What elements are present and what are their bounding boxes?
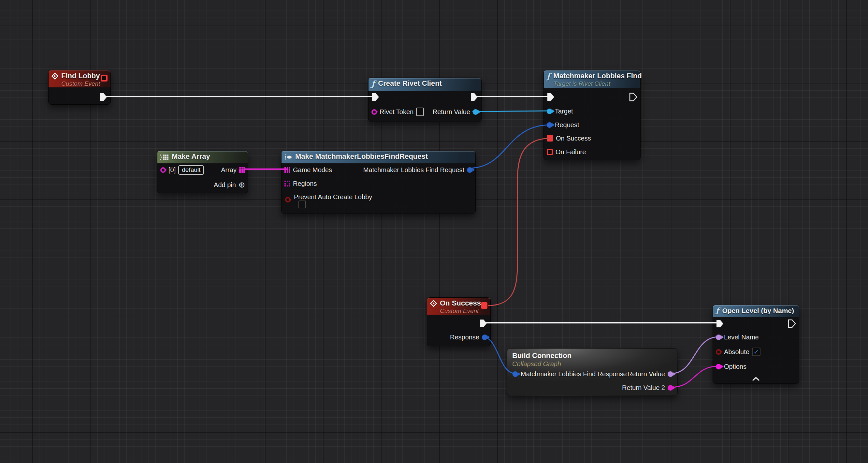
absolute-pin[interactable] xyxy=(716,349,721,355)
node-title: Make MatchmakerLobbiesFindRequest xyxy=(295,153,428,161)
exec-out-pin[interactable] xyxy=(479,318,488,328)
node-header[interactable]: ƒ Open Level (by Name) xyxy=(713,305,799,317)
node-title: Find Lobby xyxy=(61,72,100,80)
pin-label: Level Name xyxy=(724,334,759,341)
vignette-overlay xyxy=(0,0,868,463)
node-build-connection[interactable]: Build Connection Collapsed Graph Matchma… xyxy=(507,348,678,396)
pin-label: Response xyxy=(450,334,479,341)
node-header[interactable]: ƒ Create Rivet Client xyxy=(369,78,481,91)
custom-event-icon xyxy=(52,73,58,80)
request-output-pin[interactable] xyxy=(467,167,472,173)
node-header[interactable]: Make MatchmakerLobbiesFindRequest xyxy=(281,151,475,163)
pin-label: On Success xyxy=(556,135,591,142)
pin-label: Return Value 2 xyxy=(622,384,665,392)
function-icon: ƒ xyxy=(716,306,719,315)
node-title: Make Array xyxy=(172,153,210,161)
blueprint-canvas[interactable]: Find Lobby Custom Event ƒ Create Rivet C… xyxy=(0,0,868,463)
return-value-2-pin[interactable] xyxy=(668,385,673,390)
node-find-lobby[interactable]: Find Lobby Custom Event xyxy=(48,70,111,105)
make-array-icon xyxy=(160,154,169,162)
node-title: Open Level (by Name) xyxy=(722,307,794,315)
prevent-auto-create-lobby-pin[interactable] xyxy=(285,197,291,202)
pin-label: Prevent Auto Create Lobby xyxy=(294,193,372,201)
pin-label: Target xyxy=(555,108,573,115)
node-create-rivet-client[interactable]: ƒ Create Rivet Client Rivet Token Return… xyxy=(368,78,482,122)
regions-pin[interactable] xyxy=(284,181,290,186)
add-pin-label: Add pin xyxy=(214,181,236,189)
node-title: Create Rivet Client xyxy=(378,80,442,88)
game-modes-pin[interactable] xyxy=(284,167,290,173)
exec-in-pin[interactable] xyxy=(716,318,724,329)
rivet-token-input[interactable] xyxy=(416,108,424,116)
collapse-chevron[interactable] xyxy=(752,376,760,382)
on-success-pin[interactable] xyxy=(547,135,553,142)
pin-label: Request xyxy=(555,121,579,129)
level-name-pin[interactable] xyxy=(716,335,721,340)
node-make-array[interactable]: Make Array [0] default Array Add pin ⊕ xyxy=(157,151,248,193)
node-make-matchmakerlobbiesfindrequest[interactable]: Make MatchmakerLobbiesFindRequest Game M… xyxy=(281,151,476,214)
exec-out-pin[interactable] xyxy=(99,92,107,102)
matchmaker-response-input-pin[interactable] xyxy=(513,371,518,377)
wire-returnvalue-levelname[interactable] xyxy=(671,337,719,374)
return-value-pin[interactable] xyxy=(473,109,478,115)
wire-request-output-request[interactable] xyxy=(468,125,551,168)
rivet-token-pin[interactable] xyxy=(371,109,377,115)
pin-label: Array xyxy=(221,166,237,174)
wire-delegate-onsuccess[interactable] xyxy=(488,138,551,306)
array-element-input[interactable]: default xyxy=(178,165,204,175)
function-icon: ƒ xyxy=(371,79,375,88)
make-struct-icon xyxy=(284,154,292,162)
add-pin-button[interactable]: Add pin ⊕ xyxy=(214,180,245,190)
node-title: Build Connection xyxy=(512,351,571,360)
node-matchmaker-lobbies-find[interactable]: ƒ Matchmaker Lobbies Find Target is Rive… xyxy=(544,70,641,160)
on-failure-pin[interactable] xyxy=(547,149,553,155)
exec-out-pin[interactable] xyxy=(788,318,796,329)
delegate-pin[interactable] xyxy=(101,75,107,82)
node-subtitle: Target is Rivet Client xyxy=(553,80,642,87)
absolute-checkbox[interactable]: ✓ xyxy=(752,348,761,356)
return-value-pin[interactable] xyxy=(668,371,673,377)
add-pin-icon: ⊕ xyxy=(239,180,245,190)
exec-out-pin[interactable] xyxy=(470,92,478,102)
pin-label: Game Modes xyxy=(293,166,332,174)
custom-event-icon xyxy=(430,300,437,307)
array-output-pin[interactable] xyxy=(239,167,245,173)
exec-in-pin[interactable] xyxy=(371,92,380,102)
wire-layer xyxy=(0,0,868,463)
pin-label: Matchmaker Lobbies Find Response xyxy=(521,370,627,378)
wire-returnvalue2-options[interactable] xyxy=(671,366,719,387)
node-header[interactable]: ƒ Matchmaker Lobbies Find Target is Rive… xyxy=(544,70,640,88)
pin-label: Matchmaker Lobbies Find Request xyxy=(363,166,464,174)
pin-label: [0] xyxy=(168,166,176,174)
pin-label: Return Value xyxy=(627,370,665,378)
node-subtitle: Custom Event xyxy=(61,80,100,87)
request-pin[interactable] xyxy=(547,122,552,128)
options-pin[interactable] xyxy=(716,364,721,369)
response-pin[interactable] xyxy=(482,335,488,340)
delegate-pin[interactable] xyxy=(481,302,488,309)
exec-in-pin[interactable] xyxy=(547,92,555,102)
wire-returnvalue-target[interactable] xyxy=(472,111,551,112)
node-header[interactable]: Make Array xyxy=(157,151,248,163)
function-icon: ƒ xyxy=(547,71,550,81)
pin-label: Rivet Token xyxy=(380,108,413,116)
pin-label: Absolute xyxy=(724,348,749,356)
pin-label: Options xyxy=(724,363,746,370)
node-open-level-by-name[interactable]: ƒ Open Level (by Name) Level Name Absolu… xyxy=(713,305,799,384)
node-title: Matchmaker Lobbies Find xyxy=(553,72,642,80)
exec-out-pin[interactable] xyxy=(629,92,637,102)
node-subtitle: Custom Event xyxy=(440,308,481,314)
node-subtitle: Collapsed Graph xyxy=(512,360,561,368)
node-title: On Success xyxy=(440,299,481,308)
array-index-pin[interactable] xyxy=(160,167,166,173)
node-on-success[interactable]: On Success Custom Event Response xyxy=(427,297,491,346)
target-pin[interactable] xyxy=(547,109,552,114)
pin-label: Regions xyxy=(293,180,317,187)
prevent-auto-create-lobby-checkbox[interactable] xyxy=(299,201,306,208)
pin-label: On Failure xyxy=(556,148,586,156)
pin-label: Return Value xyxy=(433,108,470,116)
